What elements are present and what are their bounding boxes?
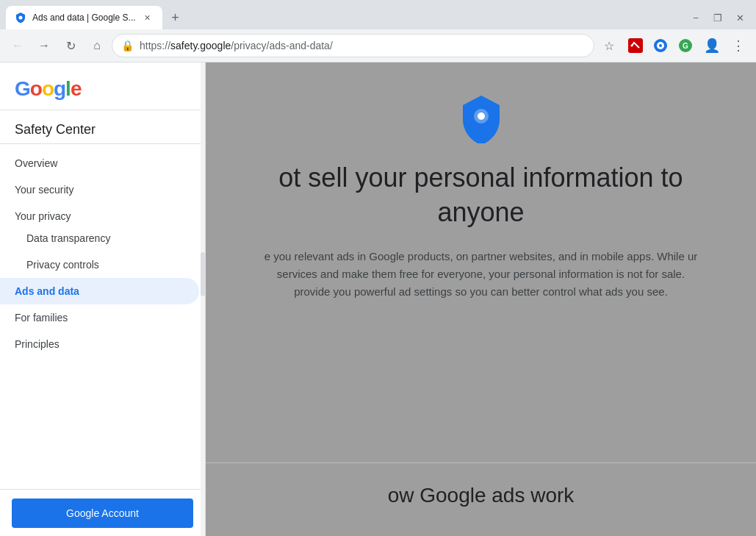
feedly-extension-icon[interactable]: [624, 34, 647, 57]
browser-chrome: Ads and data | Google S... ✕ + − ❐ ✕ ← →…: [0, 0, 756, 62]
bookmark-button[interactable]: ☆: [597, 34, 621, 57]
hero-heading: ot sell your personal information to any…: [250, 161, 712, 230]
sidebar-item-your-security[interactable]: Your security: [0, 176, 205, 203]
main-inner: ot sell your personal information to any…: [206, 62, 756, 536]
tab-title: Ads and data | Google S...: [32, 12, 136, 23]
logo-l: l: [65, 77, 71, 100]
sidebar-item-overview[interactable]: Overview: [0, 150, 205, 176]
sidebar-footer: Google Account: [0, 489, 205, 536]
logo-e: e: [71, 77, 82, 100]
svg-point-0: [19, 16, 23, 20]
shield-icon-wrap: [459, 92, 503, 146]
address-protocol: https://: [140, 40, 170, 51]
how-works-label: ow Google ads work: [388, 484, 575, 507]
main-content: ot sell your personal information to any…: [206, 62, 756, 536]
address-domain: safety.google: [170, 40, 231, 51]
sidebar-item-data-transparency[interactable]: Data transparency: [0, 225, 205, 251]
sidebar-scrollbar[interactable]: [201, 62, 205, 536]
shield-icon: [459, 92, 503, 143]
hero-body: e you relevant ads in Google products, o…: [261, 248, 702, 301]
tab-close-button[interactable]: ✕: [142, 12, 154, 24]
home-button[interactable]: ⌂: [85, 34, 109, 57]
address-bar[interactable]: 🔒 https://safety.google/privacy/ads-and-…: [112, 34, 594, 57]
logo-o1: o: [30, 77, 42, 100]
profile-button[interactable]: 👤: [700, 34, 724, 57]
close-button[interactable]: ✕: [730, 7, 750, 28]
sidebar-item-your-privacy[interactable]: Your privacy: [0, 203, 205, 225]
address-path: /privacy/ads-and-data/: [231, 40, 333, 51]
page-wrapper: Google Safety Center Overview Your secur…: [0, 62, 756, 536]
address-bar-row: ← → ↻ ⌂ 🔒 https://safety.google/privacy/…: [0, 29, 756, 62]
browser-menu-button[interactable]: ⋮: [727, 34, 750, 57]
extensions-area: G: [624, 34, 697, 57]
maximize-button[interactable]: ❐: [708, 7, 728, 28]
safety-center-title: Safety Center: [0, 110, 205, 144]
active-tab[interactable]: Ads and data | Google S... ✕: [6, 6, 162, 29]
google-logo-area: Google: [0, 62, 205, 110]
sidebar-scrollbar-thumb: [201, 252, 205, 296]
tab-favicon: [15, 12, 26, 24]
sidebar-scroll: Google Safety Center Overview Your secur…: [0, 62, 205, 489]
sidebar-item-ads-and-data[interactable]: Ads and data: [0, 278, 199, 304]
svg-rect-1: [628, 38, 643, 53]
sidebar-item-privacy-controls[interactable]: Privacy controls: [0, 251, 205, 278]
refresh-button[interactable]: ↻: [59, 34, 82, 57]
google-logo: Google: [15, 77, 190, 101]
extension-icon-3[interactable]: G: [674, 34, 697, 57]
section-divider: [206, 462, 756, 463]
lock-icon: 🔒: [121, 40, 134, 51]
sidebar-item-principles[interactable]: Principles: [0, 331, 205, 357]
tab-bar: Ads and data | Google S... ✕ + − ❐ ✕: [0, 0, 756, 29]
new-tab-button[interactable]: +: [165, 7, 186, 28]
forward-button[interactable]: →: [32, 34, 56, 57]
minimize-button[interactable]: −: [685, 7, 706, 28]
logo-g2: g: [54, 77, 65, 100]
svg-point-2: [631, 45, 633, 47]
svg-point-9: [478, 112, 485, 120]
sidebar: Google Safety Center Overview Your secur…: [0, 62, 206, 536]
back-button[interactable]: ←: [6, 34, 29, 57]
logo-g: G: [15, 77, 30, 100]
extension-icon-2[interactable]: [649, 34, 672, 57]
svg-text:G: G: [683, 42, 688, 50]
address-text: https://safety.google/privacy/ads-and-da…: [140, 40, 585, 51]
window-controls: − ❐ ✕: [685, 7, 750, 28]
sidebar-item-for-families[interactable]: For families: [0, 304, 205, 331]
google-account-button[interactable]: Google Account: [12, 499, 193, 528]
svg-point-5: [659, 44, 662, 47]
logo-o2: o: [42, 77, 54, 100]
